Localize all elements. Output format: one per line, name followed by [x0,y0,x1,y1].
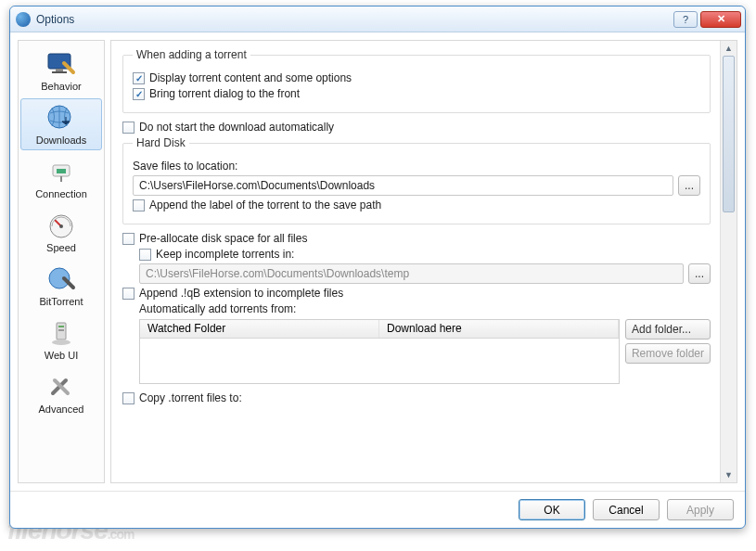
sidebar-item-label: Downloads [36,135,86,146]
gauge-icon [45,211,78,240]
checkbox-append-label[interactable] [133,199,145,211]
svg-rect-5 [57,169,66,173]
group-hard-disk: Hard Disk Save files to location: ... Ap… [122,136,711,224]
sidebar-item-webui[interactable]: Web UI [20,314,102,365]
svg-rect-12 [58,329,64,331]
server-icon [45,318,78,348]
scroll-content: When adding a torrent Display torrent co… [111,41,720,482]
cancel-button[interactable]: Cancel [593,499,660,520]
main-panel: When adding a torrent Display torrent co… [110,40,737,483]
scroll-thumb[interactable] [723,56,735,212]
label-save-location: Save files to location: [133,160,237,173]
svg-rect-2 [52,71,67,73]
checkbox-append-qb[interactable] [122,288,135,300]
group-adding-torrent: When adding a torrent Display torrent co… [122,48,711,113]
content-area: Behavior Downloads Connection Speed [10,32,745,491]
close-button[interactable]: ✕ [700,11,741,28]
vertical-scrollbar[interactable]: ▲ ▼ [720,41,737,482]
sidebar: Behavior Downloads Connection Speed [18,40,105,483]
add-folder-button[interactable]: Add folder... [625,319,711,340]
group-legend: When adding a torrent [133,48,250,61]
checkbox-copy-torrent[interactable] [122,392,135,404]
label-keep-incomplete: Keep incomplete torrents in: [156,248,294,261]
sidebar-item-label: Speed [46,242,76,253]
options-window: Options ? ✕ Behavior Downloads Con [9,6,746,529]
monitor-wrench-icon [45,49,78,79]
scroll-up-arrow-icon[interactable]: ▲ [721,41,737,56]
svg-point-10 [52,340,70,345]
browse-save-location-button[interactable]: ... [678,175,700,196]
dialog-footer: OK Cancel Apply [10,491,745,528]
col-watched-folder[interactable]: Watched Folder [140,320,379,338]
label-auto-add: Automatically add torrents from: [139,302,296,315]
svg-rect-11 [58,326,64,327]
col-download-here[interactable]: Download here [379,320,619,338]
watched-folders-table[interactable]: Watched Folder Download here [139,319,620,384]
globe-wrench-icon [45,264,78,294]
scroll-down-arrow-icon[interactable]: ▼ [721,468,737,482]
app-icon [16,12,31,27]
ok-button[interactable]: OK [519,499,585,520]
checkbox-display-content[interactable] [133,72,145,84]
sidebar-item-downloads[interactable]: Downloads [20,98,102,150]
label-copy-torrent: Copy .torrent files to: [139,391,242,404]
apply-button: Apply [667,499,734,520]
globe-download-icon [45,103,78,133]
label-append-label: Append the label of the torrent to the s… [149,199,381,211]
checkbox-keep-incomplete[interactable] [139,249,151,261]
sidebar-item-connection[interactable]: Connection [20,152,102,204]
label-display-content: Display torrent content and some options [149,71,352,84]
input-incomplete-path [139,263,684,284]
sidebar-item-label: Behavior [41,81,81,92]
svg-point-7 [59,224,63,228]
label-bring-front: Bring torrent dialog to the front [149,87,300,100]
sidebar-item-advanced[interactable]: Advanced [20,367,102,419]
input-save-location[interactable] [133,175,673,196]
window-title: Options [36,13,671,26]
label-preallocate: Pre-allocate disk space for all files [139,232,307,245]
group-legend: Hard Disk [133,136,189,149]
checkbox-no-auto-start[interactable] [122,122,135,134]
label-no-auto-start: Do not start the download automatically [139,121,334,134]
remove-folder-button: Remove folder [625,343,711,364]
sidebar-item-speed[interactable]: Speed [20,206,102,258]
sidebar-item-label: BitTorrent [39,296,83,307]
sidebar-item-label: Connection [35,188,87,199]
ethernet-icon [45,157,78,186]
label-append-qb: Append .!qB extension to incomplete file… [139,287,343,300]
checkbox-bring-front[interactable] [133,88,145,100]
help-button[interactable]: ? [673,11,698,28]
sidebar-item-label: Web UI [45,350,78,361]
tools-icon [45,372,78,402]
svg-rect-1 [56,69,63,71]
checkbox-preallocate[interactable] [122,233,135,245]
browse-incomplete-button[interactable]: ... [688,263,711,284]
sidebar-item-bittorrent[interactable]: BitTorrent [20,260,102,312]
sidebar-item-behavior[interactable]: Behavior [20,45,102,96]
sidebar-item-label: Advanced [39,404,84,415]
titlebar[interactable]: Options ? ✕ [10,6,745,32]
